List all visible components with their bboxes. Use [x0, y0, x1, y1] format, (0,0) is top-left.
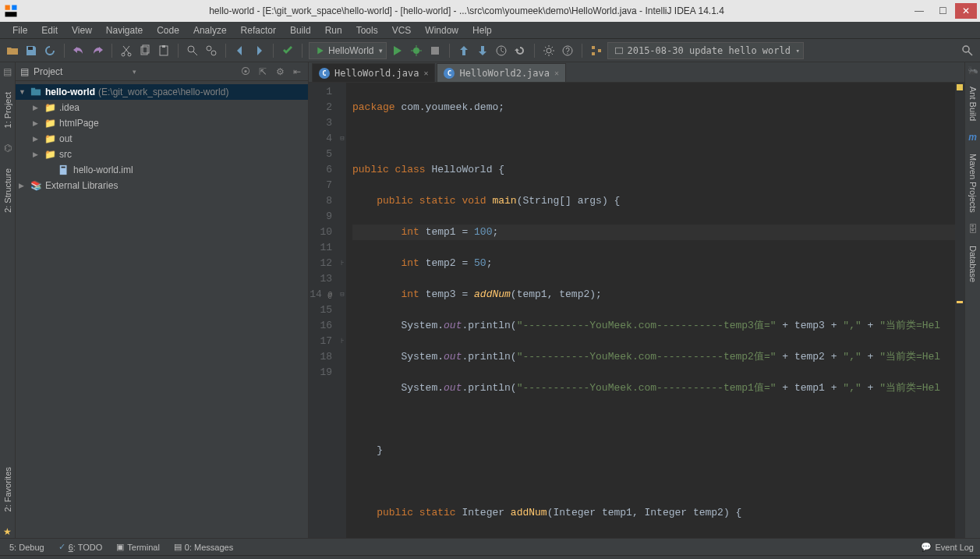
- close-button[interactable]: ✕: [955, 3, 977, 19]
- tab-debug[interactable]: 5: Debug: [6, 543, 44, 552]
- sync-icon[interactable]: [42, 43, 58, 58]
- tree-external-libraries[interactable]: 📚 External Libraries: [16, 178, 308, 193]
- open-icon[interactable]: [5, 43, 20, 58]
- editor-tabs: C HelloWorld.java ✕ C HelloWorld2.java ✕: [309, 62, 964, 83]
- side-tab-database[interactable]: Database: [967, 241, 979, 287]
- side-tab-ant[interactable]: Ant Build: [967, 82, 979, 126]
- menu-view[interactable]: View: [65, 23, 98, 37]
- menu-file[interactable]: File: [6, 23, 34, 37]
- code-editor[interactable]: 1234567891011121314 @1516171819 ⊟⊦⊟⊦ pac…: [309, 83, 964, 538]
- svg-point-11: [207, 46, 211, 51]
- expand-arrow-icon[interactable]: [33, 150, 41, 158]
- vcs-update-icon[interactable]: [456, 43, 472, 58]
- close-tab-icon[interactable]: ✕: [554, 69, 559, 77]
- side-tab-maven[interactable]: Maven Projects: [967, 149, 979, 218]
- run-config-select[interactable]: HelloWorld: [309, 42, 387, 59]
- error-stripe[interactable]: [955, 83, 964, 538]
- close-tab-icon[interactable]: ✕: [423, 69, 428, 77]
- panel-settings-icon[interactable]: ⚙: [274, 65, 286, 78]
- help-icon[interactable]: ?: [560, 43, 575, 58]
- project-panel-title[interactable]: Project: [34, 66, 128, 77]
- menu-build[interactable]: Build: [284, 23, 317, 37]
- tree-item-idea[interactable]: 📁 .idea: [16, 100, 308, 115]
- redo-icon[interactable]: [90, 43, 105, 58]
- menu-help[interactable]: Help: [466, 23, 498, 37]
- hide-panel-icon[interactable]: ⇤: [291, 65, 303, 78]
- collapse-all-icon[interactable]: ⇱: [256, 65, 269, 78]
- menu-refactor[interactable]: Refactor: [235, 23, 282, 37]
- replace-icon[interactable]: [203, 43, 219, 58]
- make-icon[interactable]: [280, 43, 295, 58]
- ant-icon[interactable]: 🐜: [968, 65, 978, 76]
- find-icon[interactable]: [185, 43, 200, 58]
- settings-icon[interactable]: [541, 43, 557, 58]
- tab-label: HelloWorld.java: [334, 68, 419, 79]
- svg-point-16: [547, 48, 551, 53]
- tree-root[interactable]: hello-world (E:\git_work_space\hello-wor…: [16, 84, 308, 100]
- tab-terminal[interactable]: ▣Terminal: [116, 542, 160, 552]
- vcs-revert-icon[interactable]: [512, 43, 528, 58]
- event-log-button[interactable]: 💬Event Log: [921, 542, 974, 552]
- tree-item-iml[interactable]: hello-world.iml: [16, 162, 308, 178]
- line-number-gutter[interactable]: 1234567891011121314 @1516171819: [309, 83, 338, 538]
- warning-mark[interactable]: [957, 301, 963, 303]
- fold-gutter[interactable]: ⊟⊦⊟⊦: [338, 83, 346, 538]
- svg-rect-9: [162, 45, 165, 48]
- menu-navigate[interactable]: Navigate: [100, 23, 149, 37]
- code-area[interactable]: package com.youmeek.demo; public class H…: [346, 83, 955, 538]
- save-all-icon[interactable]: [23, 43, 39, 58]
- inspection-indicator-icon[interactable]: [957, 84, 963, 90]
- svg-rect-20: [592, 52, 595, 55]
- scroll-from-source-icon[interactable]: ⦿: [239, 65, 252, 78]
- menu-edit[interactable]: Edit: [35, 23, 64, 37]
- back-icon[interactable]: [232, 43, 248, 58]
- debug-icon[interactable]: [409, 43, 424, 58]
- tree-item-out[interactable]: 📁 out: [16, 131, 308, 147]
- minimize-button[interactable]: —: [908, 3, 930, 19]
- vcs-commit-icon[interactable]: [475, 43, 490, 58]
- menu-code[interactable]: Code: [150, 23, 186, 37]
- search-everywhere-icon[interactable]: [960, 43, 975, 58]
- svg-rect-3: [28, 47, 33, 50]
- view-mode-dropdown-icon[interactable]: ▾: [133, 68, 136, 76]
- side-tab-structure[interactable]: 2: Structure: [2, 162, 14, 219]
- stop-icon[interactable]: [427, 43, 443, 58]
- menu-analyze[interactable]: Analyze: [187, 23, 233, 37]
- side-tab-project[interactable]: 1: Project: [2, 86, 14, 134]
- undo-icon[interactable]: [71, 43, 87, 58]
- expand-arrow-icon[interactable]: [33, 119, 41, 127]
- expand-arrow-icon[interactable]: [33, 135, 41, 143]
- project-tab-icon[interactable]: ▤: [2, 65, 14, 78]
- editor-tab-helloworld[interactable]: C HelloWorld.java ✕: [312, 63, 435, 82]
- tab-messages[interactable]: ▤0: Messages: [174, 542, 233, 552]
- run-icon[interactable]: [390, 43, 405, 58]
- forward-icon[interactable]: [251, 43, 267, 58]
- tab-todo[interactable]: ✓66: TODO: TODO: [58, 542, 103, 552]
- expand-arrow-icon[interactable]: [19, 88, 27, 96]
- menu-tools[interactable]: Tools: [350, 23, 384, 37]
- project-view-icon[interactable]: ▤: [20, 66, 29, 77]
- vcs-changelist-select[interactable]: 2015-08-30 update hello world: [607, 42, 804, 59]
- structure-icon[interactable]: [589, 43, 604, 58]
- structure-tab-icon[interactable]: ⌬: [2, 142, 14, 154]
- editor-tab-helloworld2[interactable]: C HelloWorld2.java ✕: [437, 63, 566, 82]
- svg-point-23: [963, 46, 969, 52]
- todo-icon: ✓: [58, 542, 65, 552]
- menu-run[interactable]: Run: [319, 23, 348, 37]
- editor-region: C HelloWorld.java ✕ C HelloWorld2.java ✕…: [309, 62, 964, 538]
- maven-icon[interactable]: m: [968, 132, 977, 143]
- vcs-history-icon[interactable]: [494, 43, 509, 58]
- copy-icon[interactable]: [137, 43, 153, 58]
- menu-window[interactable]: Window: [419, 23, 465, 37]
- favorites-star-icon[interactable]: ★: [2, 525, 14, 538]
- cut-icon[interactable]: [119, 43, 134, 58]
- expand-arrow-icon[interactable]: [19, 182, 27, 189]
- expand-arrow-icon[interactable]: [33, 104, 41, 111]
- maximize-button[interactable]: ☐: [932, 3, 953, 19]
- menu-vcs[interactable]: VCS: [386, 23, 418, 37]
- database-icon[interactable]: 🗄: [968, 224, 978, 235]
- paste-icon[interactable]: [156, 43, 172, 58]
- side-tab-favorites[interactable]: 2: Favorites: [2, 461, 14, 518]
- tree-item-src[interactable]: 📁 src: [16, 147, 308, 162]
- tree-item-htmlpage[interactable]: 📁 htmlPage: [16, 115, 308, 131]
